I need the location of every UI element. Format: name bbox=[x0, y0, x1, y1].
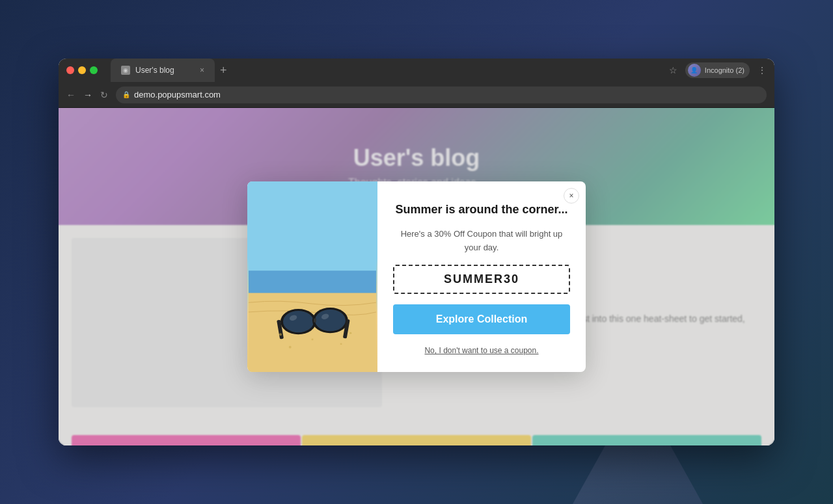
svg-point-12 bbox=[279, 333, 282, 336]
bookmark-icon[interactable]: ☆ bbox=[669, 65, 677, 75]
reload-button[interactable]: ↻ bbox=[100, 90, 108, 100]
tab-bar: ◉ User's blog × + bbox=[111, 59, 232, 82]
svg-rect-1 bbox=[249, 271, 376, 296]
popup-subtext: Here's a 30% Off Coupon that will bright… bbox=[393, 228, 570, 255]
account-pill[interactable]: 👤 Incognito (2) bbox=[685, 62, 750, 78]
maximize-traffic-light[interactable] bbox=[90, 66, 98, 74]
popup-image bbox=[247, 181, 377, 373]
svg-point-6 bbox=[315, 309, 346, 330]
tab-favicon: ◉ bbox=[121, 66, 130, 75]
explore-collection-button[interactable]: Explore Collection bbox=[393, 304, 570, 334]
svg-point-15 bbox=[289, 345, 292, 348]
svg-point-4 bbox=[283, 310, 314, 332]
svg-point-13 bbox=[349, 332, 351, 334]
popup-overlay: × bbox=[59, 108, 774, 445]
close-traffic-light[interactable] bbox=[66, 66, 74, 74]
address-input[interactable] bbox=[116, 86, 767, 103]
traffic-lights bbox=[66, 66, 98, 74]
popup-close-button[interactable]: × bbox=[564, 188, 579, 204]
new-tab-button[interactable]: + bbox=[215, 59, 232, 82]
account-avatar: 👤 bbox=[688, 64, 701, 77]
active-tab[interactable]: ◉ User's blog × bbox=[111, 59, 215, 82]
lock-icon: 🔒 bbox=[122, 91, 130, 98]
title-bar: ◉ User's blog × + ☆ 👤 Incognito (2) ⋮ bbox=[59, 59, 774, 82]
decline-link[interactable]: No, I don't want to use a coupon. bbox=[424, 345, 538, 356]
tab-title: User's blog bbox=[135, 66, 195, 75]
popup-content: Summer is around the corner... Here's a … bbox=[377, 181, 586, 373]
minimize-traffic-light[interactable] bbox=[78, 66, 86, 74]
address-input-wrapper: 🔒 bbox=[116, 86, 767, 103]
address-bar: ← → ↻ 🔒 bbox=[59, 82, 774, 108]
svg-point-14 bbox=[312, 338, 314, 340]
popup-heading: Summer is around the corner... bbox=[395, 202, 567, 217]
forward-button[interactable]: → bbox=[83, 90, 92, 100]
title-bar-right: ☆ 👤 Incognito (2) ⋮ bbox=[669, 62, 767, 78]
popup-illustration bbox=[247, 181, 377, 373]
browser-menu-button[interactable]: ⋮ bbox=[758, 65, 767, 75]
tab-close-button[interactable]: × bbox=[200, 66, 204, 74]
back-button[interactable]: ← bbox=[66, 90, 75, 100]
page-content: User's blog Thoughts, stories and ideas.… bbox=[59, 108, 774, 445]
popup-modal: × bbox=[247, 181, 586, 373]
account-label: Incognito (2) bbox=[705, 66, 744, 74]
coupon-code-box: SUMMER30 bbox=[393, 265, 570, 294]
svg-point-16 bbox=[340, 343, 342, 345]
browser-window: ◉ User's blog × + ☆ 👤 Incognito (2) ⋮ ← … bbox=[59, 59, 774, 445]
svg-rect-7 bbox=[314, 318, 316, 322]
